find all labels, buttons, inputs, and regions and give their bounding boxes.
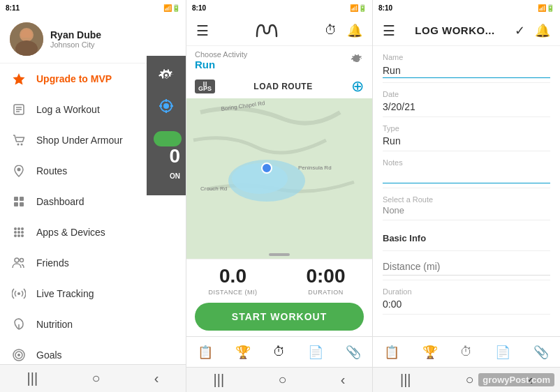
sidebar-back-btn[interactable]: ‹ [154, 370, 159, 386]
nav-label-apps: Apps & Devices [36, 227, 105, 238]
ua-logo [254, 22, 279, 39]
map-tab-timer[interactable]: ⏱ [273, 345, 286, 359]
type-value: Run [383, 135, 550, 146]
log-tab-attach[interactable]: 📎 [533, 345, 549, 360]
notes-label: Notes [383, 158, 550, 167]
log-form: Name Date 3/20/21 Type Run Notes Select … [373, 46, 560, 336]
start-workout-btn[interactable]: START WORKOUT [195, 303, 364, 331]
map-time: 8:10 [192, 4, 206, 12]
log-menu-btn-bar[interactable]: ||| [400, 372, 411, 388]
activity-settings-icon[interactable] [350, 52, 364, 69]
activity-value: Run [195, 59, 247, 70]
svg-point-18 [21, 227, 24, 230]
map-menu-btn-bar[interactable]: ||| [214, 372, 225, 388]
history-icon[interactable]: ⏱ [325, 23, 337, 38]
map-tab-notes[interactable]: 📄 [308, 345, 323, 360]
name-input[interactable] [383, 65, 550, 78]
map-header-actions: ⏱ 🔔 [325, 23, 362, 38]
scroll-handle [269, 253, 290, 256]
stats-row: 0.0 DISTANCE (MI) 0:00 DURATION [186, 259, 372, 299]
sidebar-menu-btn[interactable]: ||| [27, 370, 38, 386]
activity-label: Choose Activity [195, 50, 247, 59]
log-tab-log[interactable]: 📋 [384, 345, 399, 360]
log-bell-icon[interactable]: 🔔 [535, 23, 550, 38]
map-header: ☰ ⏱ 🔔 [186, 15, 372, 46]
log-tab-notes[interactable]: 📄 [495, 345, 510, 360]
duration-label: Duration [383, 287, 550, 296]
log-menu-btn[interactable]: ☰ [383, 22, 395, 39]
nav-label-nutrition: Nutrition [36, 319, 73, 330]
svg-text:Crouch Rd: Crouch Rd [200, 186, 227, 192]
user-city: Johnson City [50, 40, 101, 49]
duration-value: 0:00 [383, 299, 550, 310]
svg-rect-13 [20, 197, 24, 201]
basic-info-label: Basic Info [383, 227, 550, 246]
nav-label-friends: Friends [36, 257, 69, 269]
basic-info-section: Basic Info [383, 220, 550, 251]
star-icon [11, 71, 27, 86]
user-info: Ryan Dube Johnson City [50, 29, 101, 49]
log-bottom-tabs: 📋 🏆 ⏱ 📄 📎 [373, 336, 560, 367]
log-title: LOG WORKO... [415, 24, 494, 36]
map-tab-attach[interactable]: 📎 [346, 345, 361, 360]
distance-input[interactable] [383, 258, 550, 276]
svg-point-23 [17, 234, 20, 237]
nav-label-dashboard: Dashboard [36, 196, 84, 207]
log-tab-trophy[interactable]: 🏆 [422, 345, 438, 360]
svg-point-35 [163, 103, 169, 109]
log-status-icons: 📶🔋 [538, 4, 554, 12]
toggle-switch[interactable] [154, 131, 182, 146]
type-field: Type Run [383, 117, 550, 151]
map-status-icons: 📶🔋 [350, 4, 367, 12]
log-home-btn-bar[interactable]: ○ [465, 372, 473, 388]
map-tab-trophy[interactable]: 🏆 [235, 345, 251, 360]
nav-label-log: Log a Workout [36, 104, 100, 115]
map-tab-log[interactable]: 📋 [198, 345, 213, 360]
grid-icon [11, 194, 27, 209]
nav-item-live-tracking[interactable]: Live Tracking [0, 278, 186, 309]
log-back-btn-bar[interactable]: ‹ [528, 372, 533, 388]
svg-point-11 [17, 168, 21, 172]
settings-icon-overlay[interactable] [156, 66, 176, 85]
nav-item-apps[interactable]: Apps & Devices [0, 217, 186, 248]
location-icon-overlay[interactable] [156, 96, 176, 116]
sidebar: 8:11 📶🔋 Ryan Dube Johnson City [0, 0, 186, 392]
svg-point-42 [232, 163, 288, 194]
nav-item-goals[interactable]: Goals [0, 340, 186, 364]
load-route-btn[interactable]: LOAD ROUTE [253, 82, 312, 91]
svg-point-19 [14, 231, 17, 234]
svg-point-9 [17, 144, 20, 146]
select-route-value: None [383, 205, 550, 216]
sidebar-time: 8:11 [6, 4, 20, 12]
log-time: 8:10 [378, 4, 392, 12]
sidebar-home-btn[interactable]: ○ [91, 370, 100, 386]
svg-point-10 [21, 144, 23, 146]
log-header: ☰ LOG WORKO... ✓ 🔔 [373, 15, 560, 46]
map-area[interactable]: Boring Chapel Rd Crouch Rd Peninsula Rd [186, 98, 372, 259]
nav-label-upgrade: Upgrade to MVP [36, 73, 112, 84]
notification-icon[interactable]: 🔔 [347, 23, 362, 38]
avatar [10, 22, 43, 56]
name-label: Name [383, 53, 550, 61]
activity-bar: Choose Activity Run [186, 46, 372, 75]
notes-input[interactable] [383, 170, 550, 183]
log-tab-timer[interactable]: ⏱ [460, 345, 473, 359]
map-menu-btn[interactable]: ☰ [196, 22, 209, 39]
select-route-field[interactable]: Select a Route None [383, 188, 550, 220]
distance-value: 0.0 [219, 265, 246, 287]
notes-field: Notes [383, 151, 550, 188]
nav-item-friends[interactable]: Friends [0, 248, 186, 278]
date-field: Date 3/20/21 [383, 83, 550, 117]
map-back-btn-bar[interactable]: ‹ [341, 372, 346, 388]
nav-label-goals: Goals [36, 349, 62, 361]
leaf-icon [11, 317, 27, 332]
overlay-panel: 0 ON [147, 56, 186, 195]
nav-label-shop: Shop Under Armour [36, 135, 123, 146]
center-map-icon[interactable]: ⊕ [351, 77, 364, 96]
save-check-icon[interactable]: ✓ [515, 23, 525, 38]
duration-field: Duration 0:00 [383, 280, 550, 315]
svg-rect-12 [14, 197, 18, 201]
map-home-btn-bar[interactable]: ○ [278, 372, 286, 388]
nav-item-nutrition[interactable]: Nutrition [0, 309, 186, 340]
svg-point-16 [14, 227, 17, 230]
